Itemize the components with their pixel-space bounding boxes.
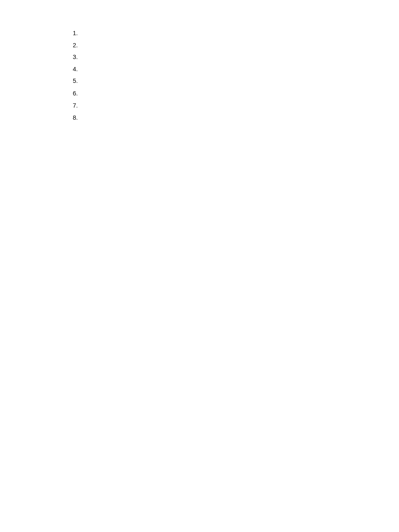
step-7 (79, 102, 374, 110)
page-footer (41, 134, 374, 141)
step-2 (79, 41, 374, 50)
steps-list (41, 29, 374, 122)
step-8 (79, 114, 374, 122)
step-4 (79, 65, 374, 74)
step-6 (79, 90, 374, 98)
step-3 (79, 53, 374, 62)
step-1 (79, 29, 374, 38)
step-5 (79, 77, 374, 85)
